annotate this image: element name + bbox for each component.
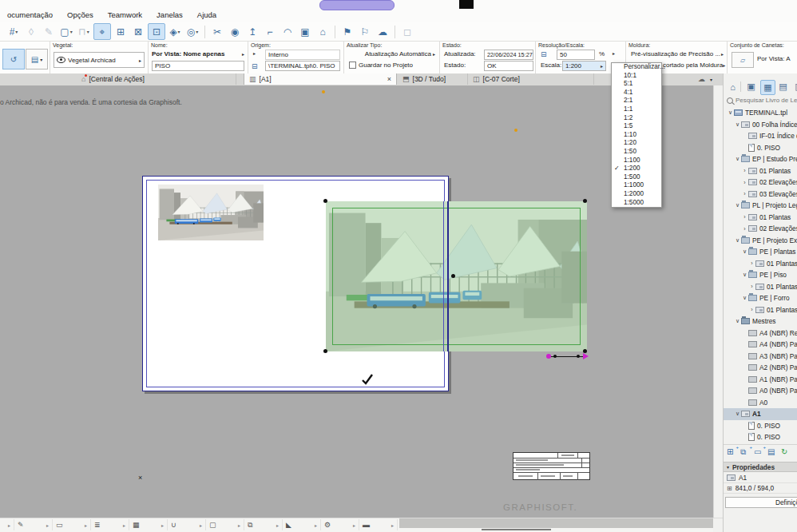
menu-item-janelas[interactable]: Janelas <box>149 9 190 21</box>
new-subset-icon[interactable]: ▭+ <box>754 447 767 456</box>
skew-icon[interactable]: ◊ <box>23 24 39 39</box>
tree-item[interactable]: ›01 Plantas <box>724 165 797 177</box>
settings-button[interactable]: Definiçõ <box>725 497 797 508</box>
scale-option[interactable]: 1:2000 <box>612 190 661 199</box>
expander-icon[interactable]: ∨ <box>741 295 748 301</box>
pen-set-button[interactable]: ▱ <box>732 52 754 68</box>
sync-cloud-button[interactable]: ☁▾ <box>693 73 719 85</box>
tab-close-icon[interactable]: × <box>381 75 391 83</box>
stretch-handle-start[interactable] <box>546 354 551 359</box>
origem-caret[interactable]: ▸ <box>252 50 256 56</box>
scale-option[interactable]: 1:1 <box>612 105 661 114</box>
menu-item-op-es[interactable]: Opções <box>60 9 101 21</box>
tree-item[interactable]: A4 (NBR) Retrato <box>724 328 797 339</box>
quick-pen[interactable]: ✎▸ <box>14 519 53 530</box>
expander-icon[interactable]: ∨ <box>727 109 734 116</box>
selection-handle[interactable] <box>583 199 587 203</box>
vegetal-combo[interactable]: Vegetal Archicad ▸ <box>54 52 145 68</box>
lock-icon[interactable]: ⊓▾ <box>76 24 92 39</box>
tree-item[interactable]: ›01 Plantas <box>724 281 797 293</box>
scale-option[interactable]: 1:5000 <box>612 199 661 208</box>
feather-icon[interactable]: ✎ <box>41 24 57 39</box>
tree-item[interactable]: 0. PISO <box>724 142 797 154</box>
menu-item-ajuda[interactable]: Ajuda <box>190 9 224 21</box>
scale-option[interactable]: 10:1 <box>612 72 661 81</box>
tree-item[interactable]: ∨PL | Projeto Legal <box>724 200 797 212</box>
expander-icon[interactable]: › <box>748 260 755 266</box>
expander-icon[interactable]: › <box>748 307 755 312</box>
roof-icon[interactable]: ⌂ <box>315 24 331 39</box>
flag-list-icon[interactable]: ⚐ <box>357 24 373 39</box>
split-icon[interactable]: ✂ <box>209 24 225 39</box>
tree-item[interactable]: ∨EP | Estudo Prelim <box>724 153 797 165</box>
resize-icon[interactable]: ⊠ <box>130 24 146 39</box>
quick-penset[interactable]: ∪▸ <box>168 519 206 530</box>
selection-handle[interactable] <box>323 349 327 353</box>
cloud-icon[interactable]: ☁ <box>375 24 391 39</box>
menu-item-teamwork[interactable]: Teamwork <box>101 9 149 21</box>
adjust-icon[interactable]: ◉ <box>227 24 243 39</box>
publisher-icon[interactable]: ▤ <box>776 80 790 93</box>
scale-option[interactable]: 1:1000 <box>612 181 661 190</box>
scale-option[interactable]: 1:100 <box>612 157 661 165</box>
quick-bar[interactable]: ▬▸ <box>359 519 398 530</box>
expander-icon[interactable]: ∨ <box>734 156 741 162</box>
tree-item[interactable]: ›01 Plantas <box>724 212 797 224</box>
nome-mode-dropdown[interactable]: Por Vista: Nome apenas ▸ <box>152 50 244 58</box>
scale-option[interactable]: 1:50 <box>612 148 661 157</box>
tree-item[interactable]: ∨A1 <box>724 408 797 420</box>
tab-a1[interactable]: ▥[A1]× <box>244 73 397 85</box>
stretch-node[interactable] <box>553 355 557 358</box>
percent-caret[interactable]: ▸ <box>611 50 615 56</box>
tree-item[interactable]: ›02 Elevações <box>724 177 797 189</box>
tree-item[interactable]: ∨PE | Plantas <box>724 246 797 258</box>
guardar-checkbox-row[interactable]: Guardar no Projeto <box>349 62 413 69</box>
horizontal-scrollbar-handle[interactable] <box>482 529 551 530</box>
fillet-icon[interactable]: ◠ <box>280 24 295 39</box>
quick-frame[interactable]: ▢▸ <box>206 519 244 530</box>
navigator-search[interactable]: Pesquisar Livro de Leiau <box>727 97 797 104</box>
new-layout-icon[interactable]: ⊞+ <box>727 447 740 456</box>
tree-item[interactable]: IF-01 Índice de F <box>724 130 797 142</box>
quick-scale[interactable]: ▭▸ <box>53 519 91 530</box>
quick-grid[interactable]: ▦▸ <box>129 519 168 530</box>
tab-3d-tudo[interactable]: ⬒[3D / Tudo] <box>398 73 468 85</box>
selection-handle[interactable] <box>451 274 455 278</box>
scale-option[interactable]: 1:20 <box>612 139 661 148</box>
project-home-icon[interactable]: ⌂ <box>726 80 740 93</box>
flag-icon[interactable]: ⚑ <box>339 24 355 39</box>
percent-input[interactable]: 50 <box>557 50 595 60</box>
expander-icon[interactable]: ∨ <box>734 202 741 208</box>
dimension-icon[interactable]: ⊞ <box>113 24 129 39</box>
quick-empty[interactable]: ▸ <box>0 519 14 530</box>
drawing-tool-button[interactable]: ▤▾ <box>26 49 48 69</box>
extra-view-icon[interactable]: ▥ <box>792 80 797 93</box>
tree-item[interactable]: ›01 Plantas <box>724 304 797 316</box>
drawing-rendering-small[interactable] <box>158 185 264 240</box>
expander-icon[interactable]: › <box>741 191 748 197</box>
quick-gears[interactable]: ⚙▸ <box>321 519 359 530</box>
scale-option[interactable]: 1:5 <box>612 122 661 131</box>
quick-layers[interactable]: ≣▸ <box>91 519 129 530</box>
stretch-arrow[interactable] <box>583 353 589 359</box>
frame-icon[interactable]: ▢▾ <box>58 24 74 39</box>
selection-mode-button[interactable]: ↺ <box>2 49 25 69</box>
tree-item[interactable]: A0 <box>724 397 797 409</box>
scale-option[interactable]: ✓1:200 <box>612 165 661 173</box>
tab-c07-corte[interactable]: ◫[C-07 Corte] <box>468 73 594 85</box>
drawing-rendering-selected[interactable] <box>326 201 587 351</box>
compass-icon[interactable]: ◎▾ <box>184 24 200 39</box>
move-icon[interactable]: ⊡ <box>148 23 165 40</box>
tree-item[interactable]: A3 (NBR) Paisag <box>724 351 797 363</box>
expander-icon[interactable]: › <box>741 168 748 173</box>
corner-icon[interactable]: ⌐ <box>262 24 278 39</box>
expander-icon[interactable]: ∨ <box>734 121 741 128</box>
update-icon[interactable]: ↻ <box>781 447 795 456</box>
tree-item[interactable]: 0. PISO <box>724 420 797 432</box>
scale-option[interactable]: 1:2 <box>612 114 661 123</box>
nome-input[interactable]: PISO <box>152 61 244 71</box>
tree-item[interactable]: ›02 Elevações <box>724 223 797 235</box>
figure-icon[interactable]: ▣ <box>297 24 313 39</box>
expander-icon[interactable]: ∨ <box>741 248 748 255</box>
expander-icon[interactable]: ∨ <box>741 272 748 278</box>
